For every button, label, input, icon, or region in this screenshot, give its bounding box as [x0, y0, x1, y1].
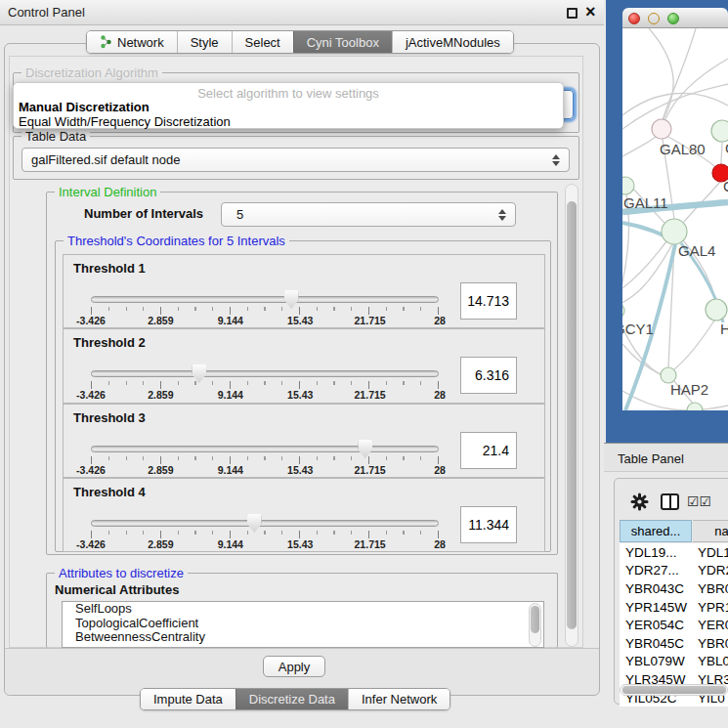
- tab-impute-data[interactable]: Impute Data: [141, 689, 236, 709]
- numerical-attributes-list[interactable]: SelfLoops TopologicalCoefficient Between…: [62, 601, 544, 648]
- top-tabstrip: Network Style Select Cyni Toolbox jActiv…: [86, 30, 514, 54]
- tab-style[interactable]: Style: [177, 31, 232, 53]
- split-columns-icon[interactable]: [661, 493, 679, 510]
- list-item[interactable]: TopologicalCoefficient: [63, 617, 543, 631]
- tab-cyni-toolbox[interactable]: Cyni Toolbox: [293, 31, 392, 53]
- threshold-3-label: Threshold 3: [73, 410, 146, 425]
- threshold-3-value-field[interactable]: [460, 432, 517, 469]
- main-vertical-scrollbar[interactable]: [565, 184, 578, 647]
- threshold-2-slider[interactable]: [91, 370, 439, 377]
- main-vertical-scrollbar-thumb[interactable]: [567, 201, 577, 629]
- threshold-row-4: Threshold 4 -3.4262.8599.14415.4321.7152…: [63, 478, 545, 552]
- dropdown-option-manual-discretization[interactable]: Manual Discretization: [19, 100, 150, 114]
- node-gal11[interactable]: [622, 177, 634, 194]
- node-label-gal11: GAL11: [623, 194, 668, 211]
- table-horizontal-scrollbar[interactable]: [620, 684, 728, 696]
- network-node-labels: GAL80 GAL11 GAL4 GCY1 HAP2 H G C: [622, 140, 728, 398]
- column-header-name[interactable]: na: [693, 520, 728, 542]
- tab-network[interactable]: Network: [87, 31, 177, 53]
- bottom-tabstrip: Impute Data Discretize Data Infer Networ…: [140, 688, 450, 710]
- column-header-shared-name[interactable]: shared...: [620, 520, 692, 542]
- close-icon[interactable]: ×: [585, 1, 596, 22]
- number-of-intervals-value: 5: [231, 207, 243, 222]
- number-of-intervals-label: Number of Intervals: [84, 206, 203, 221]
- threshold-row-1: Threshold 1 -3.4262.8599.14415.4321.7152…: [63, 254, 545, 328]
- node-gal80[interactable]: [652, 119, 671, 139]
- threshold-4-scale-labels: -3.4262.8599.14415.4321.71528: [91, 538, 440, 550]
- close-traffic-light-icon[interactable]: [628, 13, 640, 24]
- node-label-h: H: [720, 321, 728, 337]
- node-label-c: C: [723, 178, 728, 194]
- network-nodes[interactable]: [622, 119, 728, 410]
- zoom-traffic-light-icon[interactable]: [667, 13, 679, 24]
- threshold-4-label: Threshold 4: [73, 485, 146, 499]
- node-g[interactable]: [711, 120, 728, 142]
- interval-definition-group: Interval Definition Number of Intervals …: [46, 192, 558, 555]
- table-data-selected-value: galFiltered.sif default node: [31, 152, 180, 167]
- table-panel-titlebar: Table Panel: [604, 443, 728, 472]
- attributes-group: Attributes to discretize Numerical Attri…: [46, 573, 558, 648]
- tab-jactivemnodules[interactable]: jActiveMNodules: [392, 31, 513, 53]
- table-data-combobox[interactable]: galFiltered.sif default node: [21, 148, 570, 172]
- node-partial-bottom[interactable]: [687, 403, 703, 410]
- node-gcy1[interactable]: [622, 303, 624, 319]
- table-row[interactable]: YDL19...YDL1: [620, 543, 728, 562]
- list-item[interactable]: BetweennessCentrality: [63, 630, 543, 645]
- window-title: Control Panel: [8, 5, 85, 20]
- discretization-algorithm-group-title: Discretization Algorithm: [21, 65, 162, 80]
- threshold-3-scale-labels: -3.4262.8599.14415.4321.71528: [91, 464, 440, 476]
- threshold-1-slider[interactable]: [91, 296, 439, 303]
- attributes-list-scrollbar[interactable]: [529, 603, 541, 647]
- number-of-intervals-combobox[interactable]: 5: [221, 202, 516, 227]
- algorithm-placeholder: Select algorithm to view settings: [14, 86, 563, 101]
- interval-definition-group-title: Interval Definition: [55, 185, 160, 199]
- node-h[interactable]: [706, 299, 727, 321]
- threshold-3-slider[interactable]: [91, 446, 439, 452]
- node-label-gal4: GAL4: [678, 242, 715, 259]
- tab-select[interactable]: Select: [232, 31, 293, 53]
- table-row[interactable]: YBR043CYBR0: [620, 579, 728, 598]
- threshold-1-label: Threshold 1: [73, 261, 146, 276]
- combo-arrows-icon: [552, 154, 560, 166]
- thresholds-group: Threshold's Coordinates for 5 Intervals …: [55, 240, 551, 552]
- float-window-icon[interactable]: [567, 8, 578, 19]
- select-columns-checkboxes-icon[interactable]: ☑☑: [687, 493, 711, 509]
- threshold-row-3: Threshold 3 -3.4262.8599.14415.4321.7152…: [63, 404, 545, 478]
- table-row[interactable]: YBR045CYBR0: [620, 634, 728, 653]
- threshold-2-value-field[interactable]: [460, 357, 517, 394]
- control-panel-titlebar: Control Panel ×: [0, 0, 604, 25]
- table-row[interactable]: YBL079WYBL0: [620, 653, 728, 671]
- combo-arrows-icon: [498, 209, 506, 221]
- threshold-1-scale-labels: -3.4262.8599.14415.4321.71528: [91, 315, 440, 326]
- algorithm-dropdown-popup: Select algorithm to view settings Manual…: [13, 82, 564, 129]
- gear-icon[interactable]: [630, 492, 649, 511]
- table-row[interactable]: YPR145WYPR1: [620, 598, 728, 617]
- apply-button[interactable]: Apply: [263, 656, 325, 677]
- threshold-4-slider[interactable]: [91, 520, 439, 527]
- tab-discretize-data[interactable]: Discretize Data: [236, 689, 348, 709]
- threshold-1-value-field[interactable]: [460, 282, 517, 320]
- dropdown-option-equal-width-frequency[interactable]: Equal Width/Frequency Discretization: [19, 114, 231, 129]
- application-root: Control Panel × Network Style Select Cyn…: [0, 0, 728, 728]
- network-icon: [100, 35, 112, 49]
- node-gal4[interactable]: [662, 219, 687, 244]
- threshold-4-value-field[interactable]: [460, 506, 517, 543]
- table-row[interactable]: YDR27...YDR2: [620, 562, 728, 580]
- table-row[interactable]: YER054CYER0: [620, 616, 728, 634]
- network-graph: GAL80 GAL11 GAL4 GCY1 HAP2 H G C: [622, 28, 728, 410]
- threshold-2-scale-labels: -3.4262.8599.14415.4321.71528: [91, 389, 440, 401]
- attributes-list-scrollbar-thumb[interactable]: [531, 606, 539, 633]
- table-horizontal-scrollbar-thumb[interactable]: [622, 686, 726, 694]
- node-label-hap2: HAP2: [670, 381, 708, 398]
- list-item[interactable]: SelfLoops: [63, 602, 543, 617]
- node-label-gal80: GAL80: [660, 141, 706, 157]
- numerical-attributes-label: Numerical Attributes: [55, 582, 179, 597]
- threshold-row-2: Threshold 2 -3.4262.8599.14415.4321.7152…: [63, 328, 545, 404]
- attributes-group-title: Attributes to discretize: [55, 566, 188, 580]
- minimize-traffic-light-icon[interactable]: [648, 13, 660, 24]
- thresholds-group-title: Threshold's Coordinates for 5 Intervals: [64, 234, 289, 248]
- threshold-2-label: Threshold 2: [73, 335, 146, 350]
- table-panel-title: Table Panel: [618, 451, 684, 466]
- tab-infer-network[interactable]: Infer Network: [348, 689, 450, 709]
- network-window-titlebar[interactable]: [622, 8, 728, 28]
